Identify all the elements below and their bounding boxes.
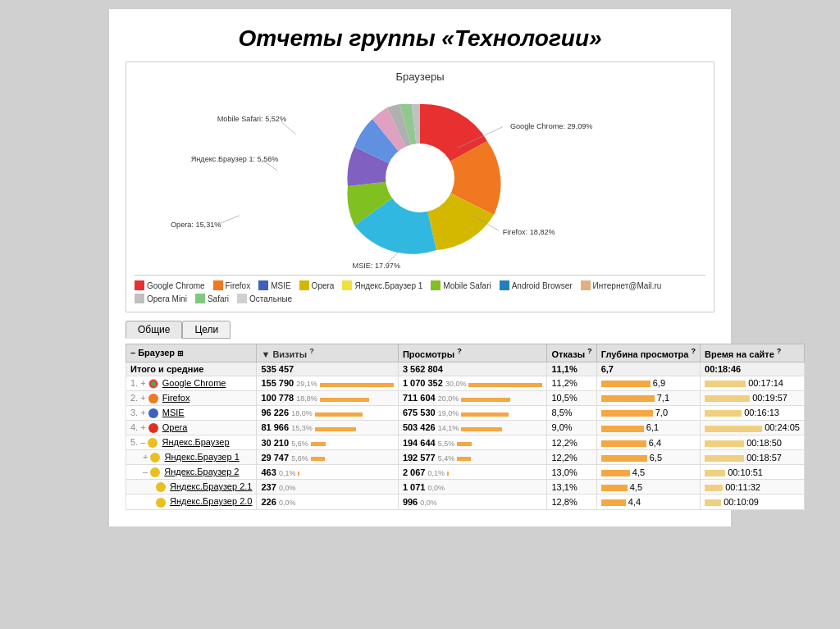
chrome-visits: 155 790 29,1% [257, 376, 398, 390]
col-pageviews[interactable]: Просмотры ? [398, 344, 547, 362]
table-row: 4. + Opera 81 966 15,3% 503 426 14,1% 9,… [126, 420, 805, 435]
opera-label[interactable]: Opera [162, 422, 188, 432]
page-wrapper: Отчеты группы «Технологии» Браузеры [108, 8, 732, 527]
browser-name-yandex1: + Яндекс.Браузер 1 [126, 450, 257, 465]
legend-color-android [500, 280, 509, 290]
yandex20-time: 00:10:09 [701, 495, 805, 509]
legend-label-operamini: Opera Mini [147, 294, 187, 303]
opera-icon [148, 423, 158, 433]
opera-pageviews: 503 426 14,1% [398, 420, 547, 435]
legend-item-firefox: Firefox [213, 280, 251, 290]
chart-container: Браузеры [126, 62, 714, 312]
legend-color-other [237, 294, 247, 303]
col-time[interactable]: Время на сайте ? [701, 344, 805, 362]
table-row: 3. + MSIE 96 226 18,0% 675 530 19,0% 8,5… [126, 405, 805, 420]
yandex-icon [148, 438, 158, 448]
total-pageviews: 3 562 804 [398, 362, 547, 376]
yandex21-label[interactable]: Яндекс.Браузер 2.1 [170, 481, 252, 491]
browser-name-yandex2: – Яндекс.Браузер 2 [126, 465, 257, 480]
tabs-area: Общие Цели [126, 321, 714, 339]
legend-color-msie [258, 280, 268, 290]
legend-item-mail: Интернет@Mail.ru [581, 280, 662, 290]
donut-chart [330, 88, 510, 268]
legend-item-other: Остальные [237, 294, 292, 303]
yandex1-icon [150, 453, 160, 463]
svg-line-10 [262, 160, 277, 171]
legend-item-safari: Safari [195, 294, 229, 303]
tab-goals[interactable]: Цели [182, 321, 231, 339]
tab-general[interactable]: Общие [126, 321, 182, 339]
legend-color-mobilesafari [431, 280, 441, 290]
yandex1-label[interactable]: Яндекс.Браузер 1 [165, 452, 240, 462]
legend-label-chrome: Google Chrome [147, 281, 205, 290]
chart-area: Google Chrome: 29,09% Firefox: 18,82% MS… [135, 88, 705, 268]
svg-text:Google Chrome: 29,09%: Google Chrome: 29,09% [510, 122, 593, 130]
page-title: Отчеты группы «Технологии» [126, 25, 714, 52]
firefox-icon [148, 394, 158, 403]
msie-bounce: 8,5% [547, 405, 596, 420]
yandex20-label[interactable]: Яндекс.Браузер 2.0 [170, 496, 252, 506]
msie-depth: 7,0 [596, 405, 700, 420]
yandex1-depth: 6,5 [596, 450, 700, 465]
chart-title: Браузеры [135, 71, 705, 83]
firefox-time: 00:19:57 [701, 390, 805, 405]
yandex-label[interactable]: Яндекс.Браузер [162, 437, 229, 447]
data-table: – Браузер ⊞ ▼ Визиты ? Просмотры ? Отказ… [126, 344, 805, 510]
table-row: – Яндекс.Браузер 2 463 0,1% 2 067 0,1% 1… [126, 465, 805, 480]
table-row: 1. + Google Chrome 155 790 29,1% 1 070 3… [126, 376, 805, 390]
browser-name-firefox: 2. + Firefox [126, 390, 257, 405]
opera-depth: 6,1 [596, 420, 700, 435]
table-row: Яндекс.Браузер 2.0 226 0,0% 996 0,0% 12,… [126, 495, 805, 509]
col-bounce[interactable]: Отказы ? [547, 344, 596, 362]
total-depth: 6,7 [596, 362, 700, 376]
col-visits[interactable]: ▼ Визиты ? [257, 344, 398, 362]
yandex21-time: 00:11:32 [701, 480, 805, 495]
legend-color-chrome [135, 280, 144, 290]
col-browser[interactable]: – Браузер ⊞ [126, 344, 257, 362]
col-depth[interactable]: Глубина просмотра ? [596, 344, 700, 362]
msie-visits: 96 226 18,0% [257, 405, 398, 420]
yandex2-pageviews: 2 067 0,1% [398, 465, 547, 480]
legend-label-mail: Интернет@Mail.ru [593, 281, 662, 290]
yandex1-time: 00:18:57 [701, 450, 805, 465]
yandex2-visits: 463 0,1% [257, 465, 398, 480]
browser-name-msie: 3. + MSIE [126, 405, 257, 420]
yandex20-visits: 226 0,0% [257, 495, 398, 509]
yandex-depth: 6,4 [596, 435, 700, 450]
table-header-row: – Браузер ⊞ ▼ Визиты ? Просмотры ? Отказ… [126, 344, 805, 362]
msie-pageviews: 675 530 19,0% [398, 405, 547, 420]
legend-label-mobilesafari: Mobile Safari [443, 281, 491, 290]
legend-color-opera [299, 280, 309, 290]
yandex2-time: 00:10:51 [701, 465, 805, 480]
firefox-depth: 7,1 [596, 390, 700, 405]
legend-item-operamini: Opera Mini [135, 294, 187, 303]
legend-color-safari [195, 294, 205, 303]
yandex-time: 00:18:50 [701, 435, 805, 450]
yandex21-pageviews: 1 071 0,0% [398, 480, 547, 495]
legend-item-mobilesafari: Mobile Safari [431, 280, 491, 290]
msie-label[interactable]: MSIE [162, 408, 185, 417]
firefox-label[interactable]: Firefox [162, 393, 190, 403]
yandex-bounce: 12,2% [547, 435, 596, 450]
svg-point-0 [386, 144, 454, 212]
browser-name-chrome: 1. + Google Chrome [126, 376, 257, 390]
table-row: 2. + Firefox 100 778 18,8% 711 604 20,0%… [126, 390, 805, 405]
firefox-bounce: 10,5% [547, 390, 596, 405]
legend-item-msie: MSIE [258, 280, 290, 290]
chrome-bounce: 11,2% [547, 376, 596, 390]
svg-text:Mobile Safari: 5,52%: Mobile Safari: 5,52% [217, 115, 286, 123]
svg-line-8 [217, 216, 240, 225]
total-visits: 535 457 [257, 362, 398, 376]
opera-visits: 81 966 15,3% [257, 420, 398, 435]
firefox-pageviews: 711 604 20,0% [398, 390, 547, 405]
yandex2-label[interactable]: Яндекс.Браузер 2 [164, 467, 239, 476]
chrome-label[interactable]: Google Chrome [162, 378, 226, 388]
yandex1-bounce: 12,2% [547, 450, 596, 465]
firefox-visits: 100 778 18,8% [257, 390, 398, 405]
yandex21-visits: 237 0,0% [257, 480, 398, 495]
yandex1-pageviews: 192 577 5,4% [398, 450, 547, 465]
yandex21-bounce: 13,1% [547, 480, 596, 495]
yandex21-icon [156, 482, 166, 492]
total-time: 00:18:46 [701, 362, 805, 376]
browser-name-yandex21: Яндекс.Браузер 2.1 [126, 480, 257, 495]
